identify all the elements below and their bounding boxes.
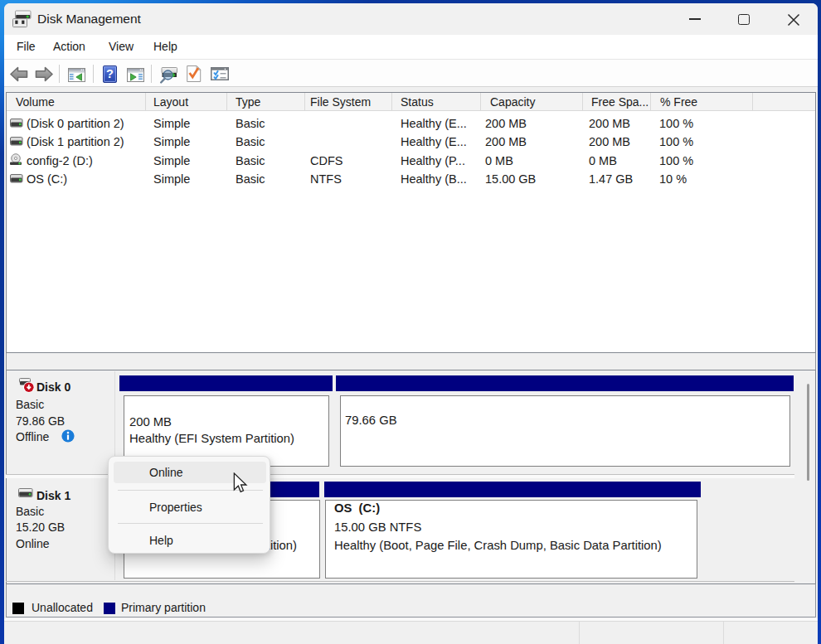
svg-text:?: ?: [106, 67, 114, 80]
